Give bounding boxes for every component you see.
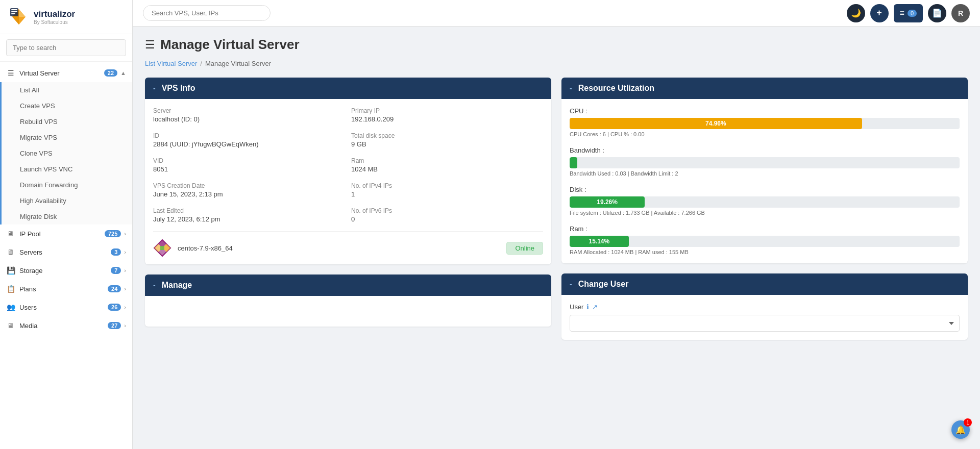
sidebar-item-launch-vps-vnc[interactable]: Launch VPS VNC	[2, 161, 132, 177]
status-badge: Online	[506, 242, 543, 255]
field-disk-label: Total disk space	[351, 132, 543, 139]
field-creation-date-label: VPS Creation Date	[153, 182, 345, 189]
chevron-right-icon: ›	[124, 231, 126, 237]
main-area: 🌙 + ≡ 0 📄 R ☰ Manage Virtual Server	[133, 0, 980, 449]
sidebar-item-domain-forwarding[interactable]: Domain Forwarding	[2, 177, 132, 193]
sidebar-item-create-vps[interactable]: Create VPS	[2, 98, 132, 114]
content-area: ☰ Manage Virtual Server List Virtual Ser…	[133, 27, 980, 449]
change-user-header: - Change User	[561, 273, 968, 295]
sidebar-item-users[interactable]: 👥 Users 26 ›	[0, 298, 132, 316]
plus-icon: +	[876, 8, 882, 18]
cpu-meta: CPU Cores : 6 | CPU % : 0.00	[570, 131, 960, 137]
page-title: Manage Virtual Server	[160, 37, 300, 53]
field-server-label: Server	[153, 107, 345, 114]
collapse-change-user-btn[interactable]: -	[570, 280, 572, 288]
page-title-icon: ☰	[145, 38, 155, 52]
sidebar-item-high-availability[interactable]: High Availability	[2, 193, 132, 209]
svg-rect-15	[160, 246, 164, 250]
sidebar-item-migrate-disk[interactable]: Migrate Disk	[2, 209, 132, 224]
svg-marker-4	[19, 17, 26, 24]
field-vid: VID 8051	[153, 157, 345, 173]
field-last-edited-label: Last Edited	[153, 207, 345, 214]
sidebar-search-input[interactable]	[6, 39, 126, 56]
list-icon: ≡	[900, 9, 904, 18]
svg-marker-2	[19, 9, 26, 17]
external-link-icon[interactable]: ↗	[592, 303, 598, 311]
sidebar-item-plans[interactable]: 📋 Plans 24 ›	[0, 280, 132, 298]
chevron-right-icon: ›	[124, 249, 126, 255]
manage-title: Manage	[162, 281, 192, 290]
ram-progress-fill: 15.14%	[570, 236, 629, 247]
add-button[interactable]: +	[870, 4, 889, 22]
sidebar-item-list-all[interactable]: List All	[2, 82, 132, 98]
sidebar-item-clone-vps[interactable]: Clone VPS	[2, 145, 132, 161]
collapse-manage-btn[interactable]: -	[153, 281, 156, 289]
right-column: - Resource Utlization CPU : 74.96%	[561, 78, 968, 340]
page-title-row: ☰ Manage Virtual Server	[145, 37, 968, 53]
topbar-search-input[interactable]	[143, 5, 271, 21]
sidebar-item-media[interactable]: 🖥 Media 27 ›	[0, 316, 132, 335]
disk-meta: File system : Utilized : 1.733 GB | Avai…	[570, 210, 960, 216]
dark-mode-button[interactable]: 🌙	[847, 4, 865, 22]
field-server-value: localhost (ID: 0)	[153, 115, 345, 123]
os-name: centos-7.9-x86_64	[178, 244, 500, 252]
sidebar-item-rebuild-vps[interactable]: Rebuild VPS	[2, 114, 132, 130]
brand-name: virtualizor	[34, 9, 75, 19]
cpu-resource: CPU : 74.96% CPU Cores : 6 | CPU % : 0.0…	[570, 107, 960, 137]
notification-bubble[interactable]: 🔔 1	[951, 420, 970, 439]
storage-icon: 💾	[6, 266, 15, 275]
info-icon: ℹ	[586, 303, 589, 311]
user-select[interactable]	[570, 315, 960, 332]
change-user-body: User ℹ ↗	[561, 295, 968, 340]
user-label-text: User	[570, 303, 583, 311]
field-id-value: 2884 (UUID: jYfugwBQGwEqWken)	[153, 140, 345, 148]
field-creation-date-value: June 15, 2023, 2:13 pm	[153, 190, 345, 198]
main-grid: - VPS Info Server localhost (ID: 0) Prim…	[145, 78, 968, 340]
sidebar-item-servers[interactable]: 🖥 Servers 3 ›	[0, 243, 132, 261]
cpu-percent-text: 74.96%	[705, 120, 726, 127]
collapse-vps-btn[interactable]: -	[153, 84, 156, 92]
os-icon	[153, 239, 172, 257]
svg-rect-6	[11, 9, 17, 10]
notes-button[interactable]: 📄	[928, 4, 946, 22]
field-ipv6-label: No. of IPv6 IPs	[351, 207, 543, 214]
ip-pool-icon: 🖥	[6, 230, 15, 238]
sidebar-item-storage[interactable]: 💾 Storage 7 ›	[0, 261, 132, 280]
vps-info-body: Server localhost (ID: 0) Primary IP 192.…	[145, 99, 551, 231]
disk-percent-text: 19.26%	[597, 198, 618, 206]
sidebar-nav: ☰ Virtual Server 22 ▲ List All Create VP…	[0, 62, 132, 337]
sidebar-item-migrate-vps[interactable]: Migrate VPS	[2, 130, 132, 145]
user-field-label: User ℹ ↗	[570, 303, 960, 311]
collapse-resource-btn[interactable]: -	[570, 84, 572, 92]
ram-meta: RAM Allocated : 1024 MB | RAM used : 155…	[570, 249, 960, 255]
sidebar-item-virtual-server[interactable]: ☰ Virtual Server 22 ▲	[0, 64, 132, 82]
resource-body: CPU : 74.96% CPU Cores : 6 | CPU % : 0.0…	[561, 99, 968, 263]
ram-label: Ram :	[570, 225, 960, 233]
bandwidth-resource: Bandwidth : Bandwidth Used : 0.03 | Band…	[570, 146, 960, 177]
topbar: 🌙 + ≡ 0 📄 R	[133, 0, 980, 27]
chevron-right-icon: ›	[124, 286, 126, 292]
server-icon: ☰	[6, 69, 15, 77]
field-last-edited-value: July 12, 2023, 6:12 pm	[153, 215, 345, 223]
topbar-actions: 🌙 + ≡ 0 📄 R	[847, 4, 970, 22]
sidebar: virtualizor By Softaculous ☰ Virtual Ser…	[0, 0, 133, 449]
field-ram-value: 1024 MB	[351, 165, 543, 173]
field-ram-label: Ram	[351, 157, 543, 164]
resource-title: Resource Utlization	[578, 84, 654, 93]
resource-card: - Resource Utlization CPU : 74.96%	[561, 78, 968, 263]
avatar-button[interactable]: R	[951, 4, 970, 22]
breadcrumb-link[interactable]: List Virtual Server	[145, 60, 197, 67]
vps-info-title: VPS Info	[162, 84, 195, 93]
field-server: Server localhost (ID: 0)	[153, 107, 345, 123]
notification-badge: 1	[964, 418, 972, 427]
breadcrumb-separator: /	[200, 60, 202, 67]
field-creation-date: VPS Creation Date June 15, 2023, 2:13 pm	[153, 182, 345, 198]
sidebar-item-ip-pool[interactable]: 🖥 IP Pool 725 ›	[0, 224, 132, 243]
ram-percent-text: 15.14%	[589, 238, 609, 245]
virtual-server-submenu: List All Create VPS Rebuild VPS Migrate …	[0, 82, 132, 224]
plans-icon: 📋	[6, 285, 15, 293]
task-list-button[interactable]: ≡ 0	[894, 4, 923, 22]
servers-icon: 🖥	[6, 248, 15, 256]
manage-header: - Manage	[145, 275, 551, 296]
logo-area: virtualizor By Softaculous	[0, 0, 132, 34]
